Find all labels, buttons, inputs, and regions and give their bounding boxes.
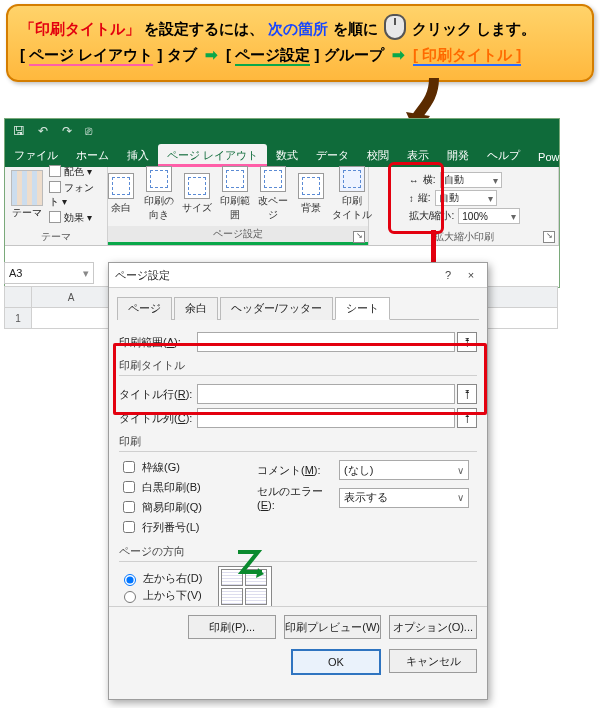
arrow-icon: ➡ xyxy=(205,46,218,63)
scale-select[interactable]: 自動 xyxy=(435,190,497,206)
ok-button[interactable]: OK xyxy=(291,649,381,675)
banner-text: します。 xyxy=(476,20,536,37)
theme-menu-item[interactable]: フォント ▾ xyxy=(49,181,101,209)
dialog-action-button[interactable]: 印刷プレビュー(W) xyxy=(284,615,381,639)
ribbon-button-label: 印刷の向き xyxy=(144,194,174,222)
dialog-launcher-icon[interactable]: ↘ xyxy=(353,231,365,243)
dialog-launcher-icon[interactable]: ↘ xyxy=(543,231,555,243)
ribbon-group-scale: ↔横:自動↕縦:自動拡大/縮小:100% 拡大縮小印刷 ↘ xyxy=(369,167,559,245)
comment-select[interactable]: (なし) xyxy=(339,460,469,480)
print-titles-button[interactable]: 印刷タイトル xyxy=(331,166,373,222)
ribbon-button-icon xyxy=(298,173,324,199)
scale-icon: ↕ xyxy=(409,193,414,204)
instruction-banner: 「印刷タイトル」 を設定するには、 次の箇所 を順に クリック します。 [ ペ… xyxy=(6,4,594,82)
order-left-right-radio[interactable] xyxy=(124,574,136,586)
title-row-input[interactable] xyxy=(197,384,455,404)
page-setup-button[interactable]: 背景 xyxy=(293,173,329,215)
order-top-bottom-label: 上から下(V) xyxy=(143,588,202,603)
ribbon-tab-7[interactable]: 表示 xyxy=(398,144,438,167)
ribbon-button-label: 印刷タイトル xyxy=(332,194,372,222)
page-order-legend: ページの方向 xyxy=(119,544,477,559)
close-button[interactable]: × xyxy=(461,269,481,281)
name-box[interactable]: A3 xyxy=(4,262,94,284)
theme-menu-item[interactable]: 効果 ▾ xyxy=(49,211,101,225)
ribbon-button-label: サイズ xyxy=(182,201,212,215)
page-setup-button[interactable]: 印刷の向き xyxy=(141,166,177,222)
comment-label: コメント(M): xyxy=(257,463,339,478)
range-picker-icon[interactable]: ⭱ xyxy=(457,384,477,404)
range-picker-icon[interactable]: ⭱ xyxy=(457,408,477,428)
print-area-row: 印刷範囲(A): ⭱ xyxy=(119,332,477,352)
page-setup-button[interactable]: サイズ xyxy=(179,173,215,215)
order-top-bottom-radio[interactable] xyxy=(124,591,136,603)
banner-text: クリック xyxy=(412,20,472,37)
page-setup-button[interactable]: 印刷範囲 xyxy=(217,166,253,222)
dialog-title: ページ設定 xyxy=(115,268,170,283)
scale-row: ↕縦:自動 xyxy=(409,190,497,206)
banner-text: 次の箇所 xyxy=(268,20,328,37)
scale-label: 横: xyxy=(423,173,436,187)
title-col-input[interactable] xyxy=(197,408,455,428)
redo-icon[interactable]: ↷ xyxy=(62,124,72,138)
ribbon-button-label: 印刷範囲 xyxy=(217,194,253,222)
dialog-footer: 印刷(P)...印刷プレビュー(W)オプション(O)... OK キャンセル xyxy=(109,606,487,699)
undo-icon[interactable]: ↶ xyxy=(38,124,48,138)
checkbox[interactable] xyxy=(123,461,135,473)
ribbon-tab-10[interactable]: Power Pivot xyxy=(529,147,600,167)
checkbox[interactable] xyxy=(123,521,135,533)
range-picker-icon[interactable]: ⭱ xyxy=(457,332,477,352)
save-icon[interactable]: 🖫 xyxy=(13,124,25,138)
checkbox[interactable] xyxy=(123,501,135,513)
group-title: ページ設定 xyxy=(108,226,368,245)
page-setup-button[interactable]: 改ページ xyxy=(255,166,291,222)
print-area-label: 印刷範囲(A): xyxy=(119,335,197,350)
ribbon-button-label: 余白 xyxy=(111,201,131,215)
touch-icon[interactable]: ⎚ xyxy=(85,124,92,138)
print-option-checkbox: 枠線(G) xyxy=(119,458,239,476)
ribbon-tab-8[interactable]: 開発 xyxy=(438,144,478,167)
cancel-button[interactable]: キャンセル xyxy=(389,649,477,673)
dialog-titlebar: ページ設定 ? × xyxy=(109,263,487,288)
dialog-tab[interactable]: ページ xyxy=(117,297,172,320)
ribbon-group-theme: テーマ 配色 ▾フォント ▾効果 ▾ テーマ xyxy=(5,167,108,245)
help-button[interactable]: ? xyxy=(438,269,458,281)
themes-button[interactable] xyxy=(11,170,43,206)
checkbox-label: 行列番号(L) xyxy=(142,520,199,535)
page-setup-dialog: ページ設定 ? × ページ余白ヘッダー/フッターシート 印刷範囲(A): ⭱ 印… xyxy=(108,262,488,700)
qat-icons: 🖫 ↶ ↷ ⎚ xyxy=(13,124,102,138)
scale-label: 拡大/縮小: xyxy=(409,209,455,223)
dialog-tabs: ページ余白ヘッダー/フッターシート xyxy=(117,296,479,320)
banner-text: 「印刷タイトル」 xyxy=(20,20,140,37)
dialog-tab[interactable]: シート xyxy=(335,297,390,320)
checkbox[interactable] xyxy=(123,481,135,493)
checkbox-label: 枠線(G) xyxy=(142,460,180,475)
ribbon-button-icon xyxy=(108,173,134,199)
dialog-tab[interactable]: 余白 xyxy=(174,297,218,320)
print-titles-legend: 印刷タイトル xyxy=(119,358,477,373)
cell-error-select[interactable]: 表示する xyxy=(339,488,469,508)
themes-label: テーマ xyxy=(12,206,42,220)
scale-select[interactable]: 100% xyxy=(458,208,520,224)
title-col-label: タイトル列(C): xyxy=(119,411,197,426)
ribbon-button-icon xyxy=(260,166,286,192)
banner-text: を設定するには、 xyxy=(144,20,264,37)
print-option-checkbox: 行列番号(L) xyxy=(119,518,239,536)
dialog-tab[interactable]: ヘッダー/フッター xyxy=(220,297,333,320)
print-area-input[interactable] xyxy=(197,332,455,352)
ribbon-tab-9[interactable]: ヘルプ xyxy=(478,144,529,167)
theme-menu-item[interactable]: 配色 ▾ xyxy=(49,165,101,179)
title-row-row: タイトル行(R): ⭱ xyxy=(119,384,477,404)
banner-line-1: 「印刷タイトル」 を設定するには、 次の箇所 を順に クリック します。 xyxy=(20,14,580,40)
dialog-action-button[interactable]: 印刷(P)... xyxy=(188,615,276,639)
order-left-right-label: 左から右(D) xyxy=(143,571,202,586)
scale-icon: ↔ xyxy=(409,175,419,186)
dialog-action-button[interactable]: オプション(O)... xyxy=(389,615,477,639)
column-header[interactable] xyxy=(5,287,32,308)
column-header[interactable]: A xyxy=(32,287,111,308)
title-col-row: タイトル列(C): ⭱ xyxy=(119,408,477,428)
page-setup-button[interactable]: 余白 xyxy=(103,173,139,215)
row-header[interactable]: 1 xyxy=(5,308,32,329)
print-option-checkbox: 白黒印刷(B) xyxy=(119,478,239,496)
ribbon-button-label: 背景 xyxy=(301,201,321,215)
scale-select[interactable]: 自動 xyxy=(440,172,502,188)
